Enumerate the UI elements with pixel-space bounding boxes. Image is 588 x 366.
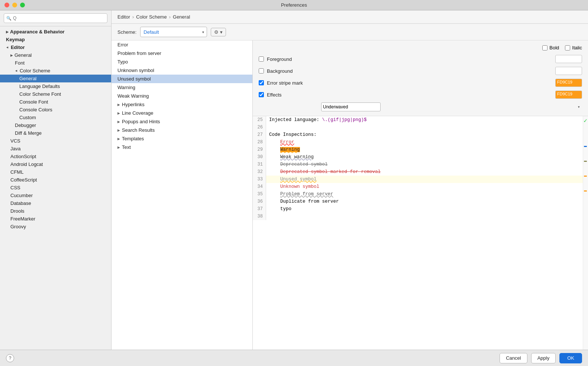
tree-item-search-results[interactable]: ▶ Search Results (112, 126, 252, 134)
sidebar-item-label: Console Font (19, 99, 48, 105)
line-content: Deprecated symbol marked for removal (266, 168, 583, 176)
search-input[interactable] (4, 13, 107, 23)
line-content: Deprecated symbol (266, 161, 583, 168)
sidebar-item-database[interactable]: Database (0, 199, 111, 207)
italic-label: Italic (572, 45, 582, 50)
code-line-27: 27 Code Inspections: (253, 131, 583, 138)
line-content: Problem from server (266, 190, 583, 198)
sidebar-item-console-colors[interactable]: Console Colors (0, 106, 111, 114)
sidebar-item-general-sub[interactable]: General (0, 75, 111, 82)
effects-type-dropdown[interactable]: Underwaved Bordered Bold Underline Under… (321, 102, 381, 111)
code-line-35: 35 Problem from server (253, 190, 583, 198)
sidebar-item-label: Custom (19, 115, 36, 120)
sidebar-item-keymap[interactable]: Keymap (0, 36, 111, 43)
background-checkbox[interactable] (259, 68, 264, 73)
foreground-checkbox[interactable] (259, 56, 264, 62)
sidebar-item-freemarker[interactable]: FreeMarker (0, 215, 111, 223)
minimize-button[interactable] (12, 3, 17, 7)
tree-item-line-coverage[interactable]: ▶ Line Coverage (112, 109, 252, 117)
chevron-right-icon: ▶ (117, 128, 120, 132)
breadcrumb-arrow-1: › (132, 14, 134, 20)
effects-swatch[interactable]: FD9C19 (555, 91, 582, 99)
sidebar-item-console-font[interactable]: Console Font (0, 98, 111, 106)
main-content: 🔍 ▶ Appearance & Behavior Keymap ▼ Edito… (0, 10, 588, 350)
bold-checkbox[interactable] (542, 45, 547, 50)
error-stripe-checkbox[interactable] (259, 80, 264, 85)
sidebar-item-cfml[interactable]: CFML (0, 168, 111, 176)
tree-item-weak-warning[interactable]: Weak Warning (112, 92, 252, 100)
sidebar-item-label: Color Scheme (20, 68, 50, 73)
bottom-bar: ? Cancel Apply OK (0, 350, 588, 366)
line-content: Injected language: \.(gif|jpg|png)$ (266, 116, 583, 124)
apply-button[interactable]: Apply (531, 353, 556, 363)
sidebar-item-android-logcat[interactable]: Android Logcat (0, 160, 111, 168)
close-button[interactable] (4, 3, 9, 7)
bold-italic-row: Bold Italic (259, 45, 582, 50)
sidebar-item-general[interactable]: ▶ General (0, 51, 111, 59)
ok-button[interactable]: OK (559, 353, 582, 363)
error-stripe-swatch[interactable]: FD9C19 (555, 79, 582, 87)
sidebar-item-actionscript[interactable]: ActionScript (0, 153, 111, 160)
sidebar-item-label: General (14, 52, 32, 58)
color-settings: Bold Italic Foreground B (253, 40, 588, 116)
cancel-button[interactable]: Cancel (500, 353, 527, 363)
sidebar-item-custom[interactable]: Custom (0, 114, 111, 121)
tree-item-popups-hints[interactable]: ▶ Popups and Hints (112, 117, 252, 126)
sidebar-item-css[interactable]: CSS (0, 184, 111, 192)
sidebar-item-cucumber[interactable]: Cucumber (0, 192, 111, 199)
background-label: Background (267, 68, 552, 74)
weak-warning-text: Weak warning (280, 154, 314, 160)
sidebar-item-font[interactable]: Font (0, 59, 111, 67)
sidebar-item-color-scheme[interactable]: ▼ Color Scheme (0, 67, 111, 75)
tree-item-text[interactable]: ▶ Text (112, 143, 252, 151)
tree-item-error[interactable]: Error (112, 40, 252, 49)
tree-item-templates[interactable]: ▶ Templates (112, 134, 252, 143)
line-content: Weak warning (266, 153, 583, 161)
sidebar-item-coffeescript[interactable]: CoffeeScript (0, 176, 111, 184)
tree-item-unused-symbol[interactable]: Unused symbol (112, 75, 252, 83)
line-content: typo (266, 205, 583, 213)
tree-item-label: Popups and Hints (122, 119, 160, 124)
italic-checkbox[interactable] (565, 45, 570, 50)
sidebar-item-color-scheme-font[interactable]: Color Scheme Font (0, 90, 111, 98)
line-number: 28 (253, 138, 266, 146)
foreground-swatch[interactable] (555, 55, 582, 63)
sidebar-item-editor[interactable]: ▼ Editor (0, 43, 111, 51)
sidebar-item-drools[interactable]: Drools (0, 207, 111, 215)
tree-item-label: Weak Warning (117, 93, 149, 99)
tree-item-hyperlinks[interactable]: ▶ Hyperlinks (112, 100, 252, 109)
line-number: 34 (253, 183, 266, 190)
sidebar-item-java[interactable]: Java (0, 145, 111, 153)
sidebar-item-label: Keymap (6, 37, 25, 42)
effects-checkbox[interactable] (259, 92, 264, 97)
deprecated-text: Deprecated symbol (280, 162, 328, 167)
scheme-dropdown[interactable]: Default Darcula High Contrast Monokai (140, 27, 207, 37)
sidebar-item-groovy[interactable]: Groovy (0, 223, 111, 231)
sidebar-item-diff-merge[interactable]: Diff & Merge (0, 129, 111, 137)
code-line-28: 28 Error (253, 138, 583, 146)
code-line-30: 30 Weak warning (253, 153, 583, 161)
sidebar-item-vcs[interactable]: VCS (0, 137, 111, 145)
line-number: 38 (253, 213, 266, 220)
code-content: 25 Injected language: \.(gif|jpg|png)$ 2… (253, 116, 583, 350)
effects-type-row: Underwaved Bordered Bold Underline Under… (321, 102, 582, 111)
gutter-mark-warning3 (584, 190, 587, 192)
tree-item-warning[interactable]: Warning (112, 83, 252, 92)
sidebar-item-debugger[interactable]: Debugger (0, 121, 111, 129)
help-button[interactable]: ? (6, 354, 14, 362)
maximize-button[interactable] (20, 3, 25, 7)
background-swatch[interactable] (555, 67, 582, 75)
effects-value: FD9C19 (556, 91, 574, 97)
italic-item: Italic (565, 45, 582, 50)
sidebar-item-language-defaults[interactable]: Language Defaults (0, 82, 111, 90)
sidebar-item-label: CFML (10, 169, 23, 175)
tree-item-problem-server[interactable]: Problem from server (112, 49, 252, 58)
gutter-mark-info (584, 146, 587, 147)
gutter-mark-warning1 (584, 161, 587, 162)
chevron-icon: ▼ (6, 46, 9, 49)
sidebar-item-appearance[interactable]: ▶ Appearance & Behavior (0, 28, 111, 36)
scheme-select-wrapper: Default Darcula High Contrast Monokai ▾ (140, 27, 207, 37)
tree-item-unknown-symbol[interactable]: Unknown symbol (112, 66, 252, 75)
gear-button[interactable]: ⚙ ▾ (211, 28, 226, 36)
tree-item-typo[interactable]: Typo (112, 58, 252, 66)
